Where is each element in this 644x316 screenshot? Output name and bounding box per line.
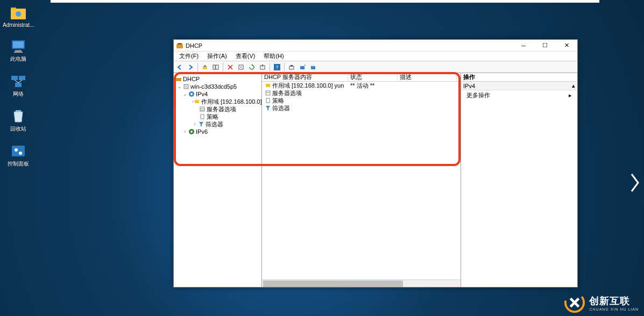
column-status[interactable]: 状态 (348, 73, 398, 81)
user-folder-icon (10, 5, 27, 20)
svg-rect-1 (11, 8, 16, 10)
svg-rect-12 (16, 110, 21, 112)
actions-pane: 操作 IPv4 ▴ 更多操作 ▸ (461, 73, 577, 287)
svg-point-22 (240, 67, 242, 68)
svg-text:?: ? (275, 64, 278, 70)
cell-status: ** 活动 ** (348, 82, 398, 90)
tree-label: IPv6 (196, 128, 208, 135)
svg-text:+: + (304, 64, 306, 67)
actions-scope-header[interactable]: IPv4 ▴ (461, 82, 577, 90)
scope-add-button[interactable]: + (298, 62, 307, 72)
forward-button[interactable] (186, 62, 195, 72)
tree-label: 筛选器 (206, 120, 223, 128)
refresh-button[interactable] (247, 62, 257, 72)
svg-rect-6 (14, 52, 23, 53)
scrollbar-thumb[interactable] (263, 281, 403, 287)
next-slide-button[interactable] (628, 161, 642, 204)
desktop-icon-label: Administrat... (3, 22, 34, 28)
export-button[interactable] (258, 62, 267, 72)
desktop-icon-recycle-bin[interactable]: 回收站 (2, 109, 34, 133)
tree-label: win-c3d33dcd5p5 (190, 83, 237, 90)
cell-content: 筛选器 (272, 104, 290, 112)
tree-server[interactable]: ⌄ win-c3d33dcd5p5 (174, 83, 261, 90)
list-rows: 作用域 [192.168.100.0] yun ** 活动 ** 服务器选项 策… (262, 82, 461, 279)
menu-file[interactable]: 文件(F) (176, 52, 202, 61)
address-bar-fragment (51, 0, 599, 3)
back-button[interactable] (175, 62, 185, 72)
actions-sub-label: IPv4 (463, 83, 475, 89)
svg-line-11 (18, 80, 22, 83)
watermark-title: 创新互联 (589, 295, 639, 307)
filter-icon (197, 121, 204, 128)
dhcp-icon (175, 76, 182, 83)
menu-help[interactable]: 帮助(H) (260, 52, 287, 61)
tree-pane[interactable]: DHCP ⌄ win-c3d33dcd5p5 ⌄ IPv4 › 作用域 [192… (174, 73, 262, 287)
tree-scope[interactable]: › 作用域 [192.168.100.0] yun (174, 98, 261, 105)
desktop-icon-network[interactable]: 网络 (2, 74, 34, 98)
list-row-filter[interactable]: 筛选器 (262, 104, 461, 112)
maximize-button[interactable]: ☐ (534, 40, 556, 51)
list-header: DHCP 服务器内容 状态 描述 (262, 73, 461, 82)
list-row-scope[interactable]: 作用域 [192.168.100.0] yun ** 活动 ** (262, 82, 461, 89)
menu-view[interactable]: 查看(V) (232, 52, 259, 61)
tree-server-options[interactable]: 服务器选项 (174, 105, 261, 113)
show-hide-tree-button[interactable] (211, 62, 221, 72)
svg-point-41 (190, 131, 193, 133)
tree-ipv4[interactable]: ⌄ IPv4 (174, 90, 261, 98)
list-row-policy[interactable]: 策略 (262, 97, 461, 104)
properties-button[interactable] (236, 62, 246, 72)
tree-label: 策略 (207, 113, 218, 121)
up-button[interactable] (200, 62, 210, 72)
expand-icon[interactable]: › (192, 121, 197, 127)
tree-label: 服务器选项 (207, 105, 236, 113)
svg-rect-18 (203, 67, 207, 69)
watermark-subtitle: CHUANG XIN HU LIAN (589, 307, 639, 311)
desktop-icon-label: 此电脑 (10, 55, 26, 63)
desktop-icon-this-pc[interactable]: 此电脑 (2, 39, 34, 63)
actions-more[interactable]: 更多操作 ▸ (461, 90, 577, 100)
desktop-icon-label: 网络 (13, 90, 24, 98)
close-button[interactable]: ✕ (556, 40, 577, 51)
dhcp-app-icon (176, 42, 183, 49)
horizontal-scrollbar[interactable] (262, 279, 461, 287)
list-row-server-options[interactable]: 服务器选项 (262, 89, 461, 97)
svg-rect-32 (184, 84, 188, 89)
delete-button[interactable] (225, 62, 235, 72)
title-bar[interactable]: DHCP ─ ☐ ✕ (174, 40, 577, 52)
list-pane: DHCP 服务器内容 状态 描述 作用域 [192.168.100.0] yun… (262, 73, 461, 287)
svg-line-10 (15, 80, 18, 83)
tree-filter[interactable]: › 筛选器 (174, 120, 261, 128)
svg-rect-13 (12, 146, 25, 156)
chevron-right-icon: ▸ (569, 92, 572, 99)
svg-rect-19 (213, 65, 215, 69)
collapse-icon[interactable]: ⌄ (177, 84, 182, 89)
tree-root-dhcp[interactable]: DHCP (174, 75, 261, 83)
desktop-icon-control-panel[interactable]: 控制面板 (2, 143, 34, 168)
collapse-icon[interactable]: ⌄ (182, 91, 188, 97)
recycle-bin-icon (10, 109, 27, 124)
svg-rect-5 (15, 50, 22, 52)
column-desc[interactable]: 描述 (398, 73, 457, 81)
menu-action[interactable]: 操作(A) (204, 52, 230, 61)
server-icon (182, 83, 189, 90)
collapse-arrow-icon[interactable]: ▴ (570, 82, 577, 89)
scope-wizard-button[interactable] (308, 62, 318, 72)
actions-more-label: 更多操作 (466, 91, 490, 99)
toolbar-separator (284, 63, 285, 71)
bind-button[interactable] (287, 62, 296, 72)
ipv4-icon (188, 91, 195, 98)
minimize-button[interactable]: ─ (513, 40, 534, 51)
svg-rect-20 (216, 65, 218, 69)
policy-icon (264, 97, 271, 104)
tree-ipv6[interactable]: › IPv6 (174, 128, 261, 135)
column-content[interactable]: DHCP 服务器内容 (262, 73, 348, 81)
watermark-text: 创新互联 CHUANG XIN HU LIAN (589, 295, 639, 311)
desktop-icon-administrator[interactable]: Administrat... (2, 5, 34, 28)
svg-rect-16 (176, 44, 183, 48)
desktop-icon-label: 回收站 (10, 125, 26, 133)
dhcp-window: DHCP ─ ☐ ✕ 文件(F) 操作(A) 查看(V) 帮助(H) ? + (173, 39, 578, 288)
scope-icon (264, 82, 271, 89)
help-button[interactable]: ? (272, 62, 282, 72)
expand-icon[interactable]: › (182, 129, 188, 134)
tree-policy[interactable]: 策略 (174, 113, 261, 120)
